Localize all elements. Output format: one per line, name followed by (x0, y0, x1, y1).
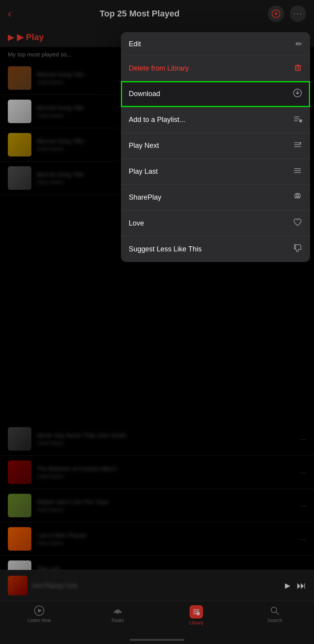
add-playlist-icon (293, 114, 302, 126)
menu-suggest-less-label: Suggest Less Like This (129, 245, 202, 253)
shareplay-icon (293, 192, 302, 203)
play-next-icon (293, 140, 302, 151)
menu-edit-label: Edit (129, 40, 141, 48)
menu-add-playlist-label: Add to a Playlist... (129, 116, 185, 124)
heart-icon (293, 218, 302, 229)
menu-item-love[interactable]: Love (121, 211, 310, 236)
download-circle-icon (293, 88, 302, 100)
menu-play-last-label: Play Last (129, 167, 158, 176)
trash-icon (294, 63, 302, 74)
menu-item-add-playlist[interactable]: Add to a Playlist... (121, 107, 310, 133)
context-menu: Edit ✏ Delete from Library Download Add … (121, 32, 310, 262)
menu-item-delete[interactable]: Delete from Library (121, 56, 310, 81)
menu-love-label: Love (129, 219, 144, 227)
menu-item-edit[interactable]: Edit ✏ (121, 32, 310, 56)
svg-rect-11 (296, 66, 300, 71)
menu-download-label: Download (129, 90, 160, 98)
menu-play-next-label: Play Next (129, 142, 159, 150)
menu-delete-label: Delete from Library (129, 64, 189, 73)
menu-shareplay-label: SharePlay (129, 193, 161, 202)
menu-item-shareplay[interactable]: SharePlay (121, 185, 310, 211)
play-last-icon (293, 166, 302, 177)
svg-point-28 (296, 194, 299, 196)
thumbs-down-icon (293, 244, 302, 255)
svg-marker-24 (300, 142, 301, 144)
menu-item-play-next[interactable]: Play Next (121, 133, 310, 159)
menu-item-download[interactable]: Download (121, 81, 310, 107)
menu-item-play-last[interactable]: Play Last (121, 159, 310, 185)
menu-item-suggest-less[interactable]: Suggest Less Like This (121, 236, 310, 262)
edit-icon: ✏ (296, 39, 302, 49)
